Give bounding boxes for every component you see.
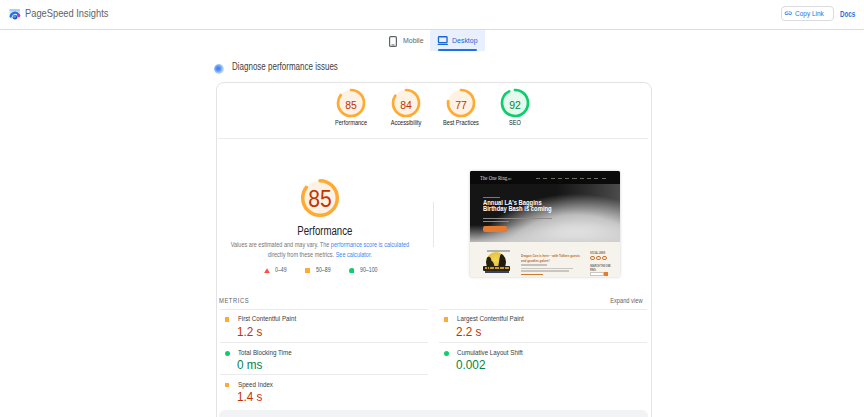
svg-text:92: 92: [509, 99, 521, 111]
svg-text:84: 84: [400, 99, 412, 111]
svg-text:77: 77: [455, 99, 467, 111]
svg-text:85: 85: [345, 99, 357, 111]
svg-text:85: 85: [308, 185, 332, 212]
